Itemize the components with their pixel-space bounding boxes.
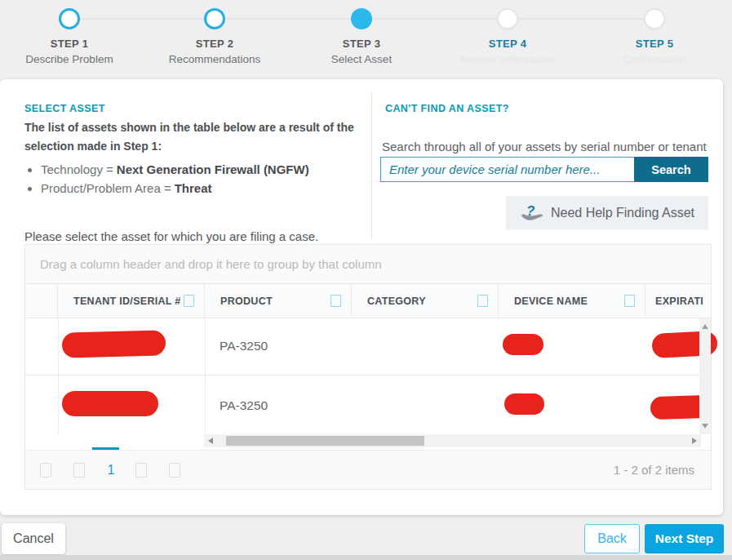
cancel-button[interactable]: Cancel [2,523,65,554]
asset-grid: Drag a column header and drop it here to… [24,244,712,490]
select-asset-intro: The list of assets shown in the table be… [24,118,359,156]
header-tenant-id-label: TENANT ID/SERIAL # [73,296,181,307]
filter-icon[interactable] [184,295,194,307]
grid-header-row: TENANT ID/SERIAL # PRODUCT CATEGORY DEVI… [25,284,711,318]
horizontal-scrollbar[interactable] [204,434,701,447]
product-cell: PA-3250 [220,398,268,413]
header-expiration-label: EXPIRATI [655,296,703,307]
step-2-title: STEP 2 [145,38,284,50]
group-hint-text: Drag a column header and drop it here to… [40,257,382,271]
header-category[interactable]: CATEGORY [352,284,499,318]
redacted-value [62,330,166,358]
filter-icon[interactable] [624,295,635,307]
step-3-title: STEP 3 [292,38,431,50]
step-5-circle-icon [644,8,665,29]
header-device-name[interactable]: DEVICE NAME [499,284,645,318]
step-3-label: Select Asset [292,53,431,65]
horizontal-scroll-strip [25,434,711,447]
bottom-edge-strip [0,555,732,560]
horizontal-scroll-thumb[interactable] [226,436,424,446]
step-5-label: Confirmation [585,53,724,65]
step-3-circle-icon[interactable] [351,8,372,29]
criteria-value: Next Generation Firewall (NGFW) [113,162,309,176]
header-select-column [25,284,58,318]
step-4-circle-icon [497,8,518,29]
table-row[interactable]: PA-3250 [25,376,711,434]
header-product[interactable]: PRODUCT [205,284,352,318]
grid-group-drop-zone[interactable]: Drag a column header and drop it here to… [25,245,711,284]
step-4-review-information: STEP 4 Review Information [438,8,577,65]
filter-icon[interactable] [477,295,488,307]
grid-body: PA-3250 PA-3250 [25,318,711,434]
step-1-title: STEP 1 [0,38,139,50]
vertical-scrollbar[interactable] [699,318,711,434]
select-asset-heading: SELECT ASSET [24,103,105,114]
header-product-label: PRODUCT [220,296,273,307]
scroll-right-icon[interactable] [692,438,697,444]
redacted-value [504,393,544,415]
grid-pager: 1 1 - 2 of 2 items [25,447,711,489]
hand-question-icon: ? [520,203,544,223]
pager-next-icon[interactable] [135,463,147,478]
back-button[interactable]: Back [584,524,640,553]
step-2-label: Recommendations [145,53,284,65]
criteria-label: Product/Problem Area = [41,181,171,195]
product-cell: PA-3250 [220,339,268,353]
pager-page-1[interactable]: 1 [105,463,117,478]
need-help-label: Need Help Finding Asset [551,206,694,220]
redacted-value [62,391,158,416]
table-row[interactable]: PA-3250 [25,318,711,376]
step-3-select-asset[interactable]: STEP 3 Select Asset [292,8,431,65]
pager-last-icon[interactable] [169,463,180,478]
pager-first-icon[interactable] [40,463,51,478]
case-wizard-page: STEP 1 Describe Problem STEP 2 Recommend… [0,0,732,560]
step-1-label: Describe Problem [0,53,139,65]
filter-icon[interactable] [331,295,341,307]
select-asset-prompt: Please select the asset for which you ar… [24,229,318,243]
step-4-label: Review Information [438,53,577,65]
step-1-describe-problem[interactable]: STEP 1 Describe Problem [0,8,139,65]
step-2-recommendations[interactable]: STEP 2 Recommendations [145,8,284,65]
criteria-item-problem-area: Product/Problem Area =Threat [41,180,309,198]
step-2-circle-icon[interactable] [204,8,225,29]
header-device-name-label: DEVICE NAME [514,296,588,307]
redacted-value [503,334,543,355]
header-tenant-id[interactable]: TENANT ID/SERIAL # [58,284,205,318]
column-divider [371,92,372,239]
step-5-title: STEP 5 [585,38,724,50]
pager-controls: 1 1 - 2 of 2 items [25,450,711,489]
step-5-confirmation: STEP 5 Confirmation [585,8,724,65]
scroll-up-icon[interactable] [702,324,708,329]
scroll-down-icon[interactable] [702,424,708,429]
serial-number-input[interactable] [380,157,634,182]
scroll-left-icon[interactable] [208,438,213,444]
pager-items-info: 1 - 2 of 2 items [614,463,694,477]
cant-find-asset-heading: CAN'T FIND AN ASSET? [385,103,509,114]
pager-prev-icon[interactable] [73,463,85,478]
next-step-button[interactable]: Next Step [645,524,724,553]
select-asset-panel: SELECT ASSET The list of assets shown in… [0,79,723,515]
step-4-title: STEP 4 [438,38,577,50]
need-help-finding-asset-button[interactable]: ? Need Help Finding Asset [506,196,708,229]
criteria-item-technology: Technology =Next Generation Firewall (NG… [41,161,309,179]
criteria-value: Threat [171,181,212,195]
header-expiration[interactable]: EXPIRATI [645,284,711,318]
wizard-stepper: STEP 1 Describe Problem STEP 2 Recommend… [0,0,732,79]
criteria-label: Technology = [41,162,113,176]
search-button[interactable]: Search [634,157,708,182]
header-category-label: CATEGORY [367,296,426,307]
step-1-circle-icon[interactable] [59,8,80,29]
selection-criteria-list: Technology =Next Generation Firewall (NG… [28,161,309,198]
